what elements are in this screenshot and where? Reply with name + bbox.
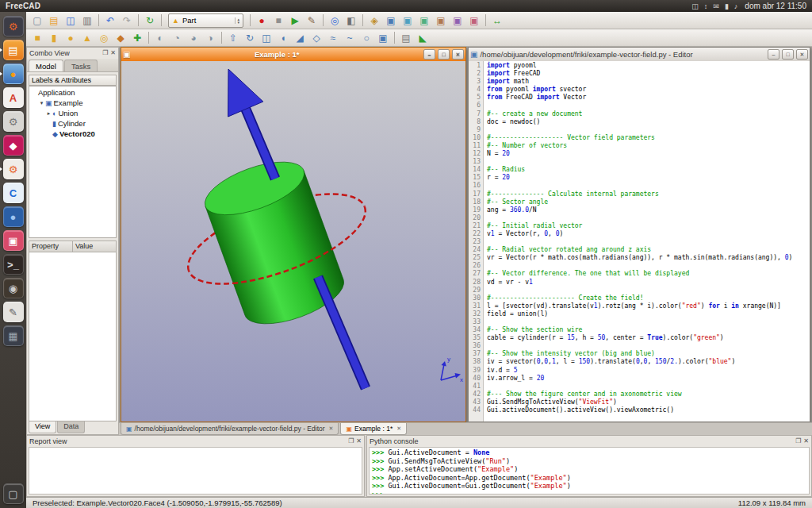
tree-item-cylinder[interactable]: ▮Cylinder <box>29 118 116 129</box>
clock[interactable]: dom abr 12 11:50 <box>745 2 806 10</box>
part-loft-button[interactable]: ≈ <box>325 30 341 45</box>
part-boolean-button[interactable]: ◐ <box>152 30 168 45</box>
launcher-item-freecad[interactable]: ⚙ <box>3 159 24 179</box>
fit-all-button[interactable]: ◎ <box>327 13 343 28</box>
macro-edit-button[interactable]: ✎ <box>304 13 320 28</box>
float-panel-icon[interactable]: ❐ <box>348 438 354 444</box>
display-indicator-icon[interactable]: ◫ <box>691 2 699 10</box>
open-document-button[interactable]: ▤ <box>46 13 62 28</box>
view-bottom-button[interactable]: ▣ <box>450 13 465 28</box>
battery-indicator-icon[interactable]: ▮ <box>725 2 729 10</box>
draw-style-button[interactable]: ◧ <box>343 13 359 28</box>
maximize-button[interactable]: □ <box>782 49 794 60</box>
refresh-button[interactable]: ↻ <box>142 13 158 28</box>
part-cross-sections-button[interactable]: ▤ <box>398 30 414 45</box>
part-extrude-button[interactable]: ⇧ <box>225 30 241 45</box>
part-shape-builder-button[interactable]: ✚ <box>129 30 145 45</box>
launcher-item-app-a[interactable]: A <box>3 87 24 108</box>
expander-icon[interactable]: ▾ <box>38 100 45 106</box>
part-thickness-button[interactable]: ▣ <box>375 30 391 45</box>
part-ruled-surface-button[interactable]: ◇ <box>308 30 324 45</box>
launcher-item-files[interactable]: ▤ <box>3 40 24 60</box>
messaging-indicator-icon[interactable]: ✉ <box>713 2 719 10</box>
part-measure-linear-button[interactable]: ◣ <box>415 30 431 45</box>
launcher-item-app-dark[interactable]: ▦ <box>3 325 24 346</box>
part-revolve-button[interactable]: ↻ <box>242 30 258 45</box>
macro-record-button[interactable]: ● <box>254 13 270 28</box>
close-panel-icon[interactable]: ✕ <box>356 438 362 444</box>
measure-distance-button[interactable]: ↔ <box>489 13 505 28</box>
combo-spinner-icon[interactable]: ▴▾ <box>235 17 241 24</box>
part-mirror-button[interactable]: ◫ <box>259 30 274 45</box>
launcher-item-text-editor[interactable]: ✎ <box>3 302 24 322</box>
minimize-button[interactable]: – <box>423 49 435 60</box>
view-rear-button[interactable]: ▣ <box>433 13 449 28</box>
minimize-button[interactable]: – <box>768 49 779 60</box>
code-content[interactable]: import pyoomlimport FreeCADimport mathfr… <box>484 61 810 421</box>
part-chamfer-button[interactable]: ◢ <box>292 30 308 45</box>
part-sweep-button[interactable]: ~ <box>342 30 358 45</box>
tab-view[interactable]: View <box>29 421 56 433</box>
view-axonometric-button[interactable]: ◈ <box>366 13 382 28</box>
close-button[interactable]: ✕ <box>796 49 808 60</box>
expander-icon[interactable]: ▸ <box>45 110 52 117</box>
python-console-content[interactable]: >>> Gui.ActiveDocument = None>>> Gui.Sen… <box>369 447 810 495</box>
view-front-button[interactable]: ▣ <box>383 13 399 28</box>
tab-model[interactable]: Model <box>29 60 63 71</box>
close-button[interactable]: ✕ <box>452 49 464 60</box>
maximize-button[interactable]: □ <box>438 49 450 60</box>
part-cylinder-button[interactable]: ▮ <box>46 30 62 45</box>
new-document-button[interactable]: ▢ <box>29 13 45 28</box>
code-editor[interactable]: 1234567891011121314151617181920212223242… <box>469 61 810 421</box>
part-common-button[interactable]: ◑ <box>202 30 218 45</box>
macro-stop-button[interactable]: ■ <box>270 13 286 28</box>
launcher-item-freecad-dash[interactable]: ⚙ <box>3 16 24 37</box>
launcher-item-app-sphere[interactable]: ● <box>3 206 24 227</box>
3d-viewport[interactable]: x y <box>121 61 465 421</box>
float-panel-icon[interactable]: ❐ <box>795 438 801 444</box>
redo-button[interactable]: ↷ <box>119 13 135 28</box>
editor-titlebar[interactable]: ▣ /home/obijuan/development/friki/exampl… <box>469 48 810 61</box>
launcher-item-system-settings[interactable]: ⚙ <box>3 111 24 132</box>
part-box-button[interactable]: ■ <box>29 30 45 45</box>
float-panel-icon[interactable]: ❐ <box>102 50 108 56</box>
part-torus-button[interactable]: ◎ <box>96 30 112 45</box>
launcher-item-app-c[interactable]: C <box>3 183 24 203</box>
close-tab-icon[interactable]: ✕ <box>396 425 401 432</box>
launcher-item-screenshot-tool[interactable]: ◉ <box>3 278 24 298</box>
view-left-button[interactable]: ▣ <box>466 13 482 28</box>
close-panel-icon[interactable]: ✕ <box>110 50 116 56</box>
tab-tasks[interactable]: Tasks <box>64 60 98 71</box>
print-button[interactable]: ▥ <box>79 13 95 28</box>
tree-item-example[interactable]: ▾▣Example <box>29 98 116 108</box>
view-top-button[interactable]: ▣ <box>400 13 416 28</box>
macro-execute-button[interactable]: ▶ <box>287 13 303 28</box>
part-cone-button[interactable]: ▲ <box>79 30 95 45</box>
mdi-tab-example[interactable]: ▣Example : 1*✕ <box>340 423 407 435</box>
mdi-tab-editor[interactable]: ▣/home/obijuan/development/friki/example… <box>121 423 339 435</box>
close-panel-icon[interactable]: ✕ <box>803 438 809 444</box>
launcher-item-app-magenta[interactable]: ◆ <box>3 135 24 156</box>
part-fillet-button[interactable]: ◖ <box>275 30 291 45</box>
undo-button[interactable]: ↶ <box>102 13 118 28</box>
tree-item-union[interactable]: ▸◐Union <box>29 108 116 118</box>
part-union-button[interactable]: ◕ <box>186 30 201 45</box>
close-tab-icon[interactable]: ✕ <box>329 425 334 432</box>
part-cut-button[interactable]: ◔ <box>169 30 185 45</box>
launcher-item-app-camera[interactable]: ▣ <box>3 230 24 251</box>
tab-data[interactable]: Data <box>57 421 85 433</box>
view-right-button[interactable]: ▣ <box>416 13 432 28</box>
save-document-button[interactable]: ◫ <box>63 13 79 28</box>
part-offset-button[interactable]: ○ <box>358 30 374 45</box>
3d-view-titlebar[interactable]: ▣ Example : 1* – □ ✕ <box>121 48 465 61</box>
part-sphere-button[interactable]: ● <box>63 30 79 45</box>
tree-item-vector020[interactable]: ◆Vector020 <box>29 129 116 139</box>
3d-viewport-canvas[interactable]: x y <box>121 61 465 421</box>
launcher-item-terminal[interactable]: >_ <box>3 254 24 275</box>
workbench-selector[interactable]: ▲Part▴▾ <box>168 13 243 28</box>
tree-item-application[interactable]: Application <box>29 87 116 98</box>
launcher-item-trash[interactable]: ▢ <box>3 483 24 504</box>
input-indicator-icon[interactable]: ↕ <box>704 2 708 10</box>
launcher-item-firefox[interactable]: ● <box>3 64 24 84</box>
part-primitives-button[interactable]: ◆ <box>113 30 128 45</box>
